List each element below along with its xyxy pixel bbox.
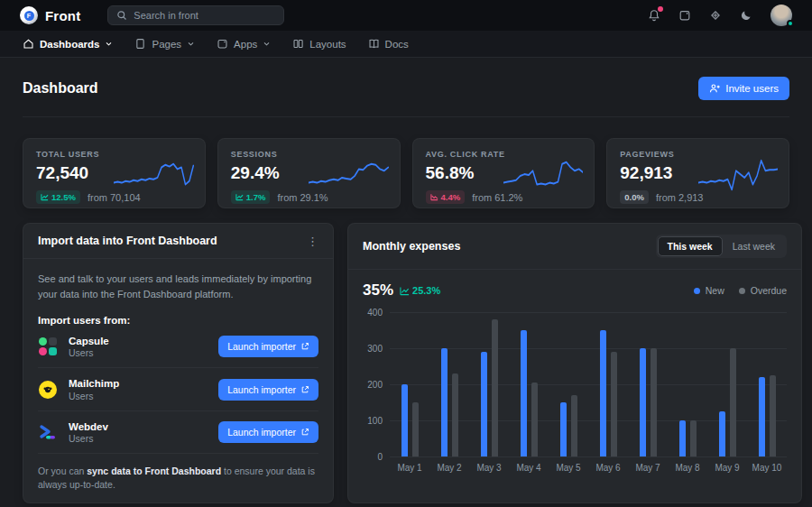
chart-legend: New Overdue — [694, 285, 787, 296]
import-description: See and talk to your users and leads imm… — [38, 272, 318, 301]
stat-card-pageviews[interactable]: PAGEVIEWS 92,913 0.0% from 2,913 — [606, 138, 789, 208]
components-icon[interactable] — [709, 9, 722, 22]
sparkline-chart — [503, 155, 583, 195]
webdev-logo-icon — [38, 422, 58, 442]
week-toggle: This week Last week — [656, 235, 787, 258]
tab-this-week[interactable]: This week — [658, 236, 723, 256]
layouts-icon — [292, 38, 304, 50]
external-link-icon — [300, 385, 309, 394]
more-options-icon[interactable]: ⋮ — [307, 235, 318, 247]
page-icon — [134, 38, 146, 50]
nav-item-apps[interactable]: Apps — [217, 38, 271, 50]
import-row-mailchimp: Mailchimp Users Launch importer — [38, 368, 318, 410]
bar-group — [560, 312, 577, 456]
nav-item-layouts[interactable]: Layouts — [292, 38, 346, 50]
expenses-bar-chart: 400 300 200 100 0 — [363, 312, 787, 456]
legend-item-new[interactable]: New — [694, 285, 724, 296]
status-badge: 1.7% — [231, 190, 271, 204]
nav-item-dashboards[interactable]: Dashboards — [23, 38, 113, 50]
stats-row: TOTAL USERS 72,540 12.5% from 70,104 SES… — [23, 138, 789, 208]
page-header: Dashboard Invite users — [23, 58, 789, 117]
bar-group — [719, 312, 736, 456]
expenses-change: 25.3% — [400, 285, 440, 296]
status-badge: 0.0% — [620, 190, 649, 204]
main-nav: Dashboards Pages Apps Layouts Docs — [0, 31, 812, 58]
legend-dot — [739, 288, 745, 294]
monthly-expenses-card: Monthly expenses This week Last week 35%… — [347, 223, 802, 503]
expenses-stat: 35% — [363, 281, 393, 300]
online-status-dot — [787, 20, 794, 27]
sparkline-chart — [114, 155, 193, 195]
page-title: Dashboard — [23, 80, 98, 97]
chevron-down-icon — [263, 40, 271, 48]
search-input[interactable] — [134, 10, 275, 21]
topbar: F Front — [0, 0, 812, 31]
invite-users-button[interactable]: Invite users — [698, 77, 789, 100]
legend-item-overdue[interactable]: Overdue — [739, 285, 787, 296]
legend-dot — [694, 288, 700, 294]
bar-group — [481, 312, 498, 456]
capsule-logo-icon — [38, 336, 58, 356]
front-logo-icon: F — [20, 6, 38, 24]
launch-importer-button[interactable]: Launch importer — [218, 379, 318, 401]
sync-data-link[interactable]: sync data to Front Dashboard — [87, 466, 221, 476]
bar-group — [441, 312, 458, 456]
external-link-icon — [300, 342, 309, 351]
main-row: Import data into Front Dashboard ⋮ See a… — [23, 223, 789, 503]
trend-down-icon — [430, 193, 438, 201]
stat-card-total-users[interactable]: TOTAL USERS 72,540 12.5% from 70,104 — [23, 138, 206, 208]
nav-item-docs[interactable]: Docs — [368, 38, 409, 50]
brand-name: Front — [45, 8, 80, 23]
import-data-card: Import data into Front Dashboard ⋮ See a… — [23, 223, 334, 503]
import-subheading: Import users from: — [38, 315, 318, 326]
nav-item-pages[interactable]: Pages — [134, 38, 195, 50]
stat-card-avg-click-rate[interactable]: AVG. CLICK RATE 56.8% 4.4% from 61.2% — [412, 138, 595, 208]
apps-icon — [217, 38, 228, 50]
bell-icon[interactable] — [648, 9, 660, 22]
trend-up-icon — [400, 286, 410, 296]
chevron-down-icon — [105, 40, 113, 48]
bar-group — [521, 312, 538, 456]
notification-dot — [658, 6, 663, 12]
import-row-capsule: Capsule Users Launch importer — [38, 326, 318, 368]
x-axis: May 1 May 2 May 3 May 4 May 5 May 6 May … — [390, 463, 787, 473]
mailchimp-logo-icon — [38, 380, 58, 400]
bars — [390, 312, 787, 456]
bar-group — [401, 312, 419, 456]
bar-group — [759, 312, 776, 456]
import-footer: Or you can sync data to Front Dashboard … — [38, 454, 318, 491]
docs-icon — [368, 38, 380, 50]
status-badge: 12.5% — [36, 190, 80, 204]
bar-group — [679, 312, 697, 456]
card-title: Monthly expenses — [363, 240, 460, 253]
stat-from: from 2,913 — [656, 192, 704, 203]
chevron-down-icon — [187, 40, 195, 48]
global-search[interactable] — [107, 5, 284, 25]
stat-card-sessions[interactable]: SESSIONS 29.4% 1.7% from 29.1% — [217, 138, 401, 208]
trend-up-icon — [41, 193, 49, 201]
home-icon — [23, 38, 34, 50]
tab-last-week[interactable]: Last week — [723, 236, 785, 256]
bar-group — [640, 312, 657, 456]
bar-group — [600, 312, 617, 456]
moon-icon[interactable] — [740, 9, 752, 22]
search-icon — [116, 10, 127, 21]
import-row-webdev: Webdev Users Launch importer — [38, 411, 318, 454]
brand-logo[interactable]: F Front — [20, 6, 80, 24]
user-plus-icon — [709, 83, 720, 94]
plot-area — [390, 312, 787, 456]
launch-importer-button[interactable]: Launch importer — [218, 421, 318, 443]
trend-up-icon — [235, 193, 244, 201]
status-badge: 4.4% — [426, 190, 466, 204]
avatar[interactable] — [770, 5, 792, 26]
launch-importer-button[interactable]: Launch importer — [218, 336, 318, 357]
external-link-icon — [300, 428, 309, 437]
topbar-actions — [648, 5, 792, 26]
sparkline-chart — [698, 155, 778, 195]
browser-icon[interactable] — [678, 9, 691, 22]
sparkline-chart — [309, 155, 388, 195]
y-axis: 400 300 200 100 0 — [363, 312, 390, 456]
card-title: Import data into Front Dashboard — [38, 235, 217, 247]
